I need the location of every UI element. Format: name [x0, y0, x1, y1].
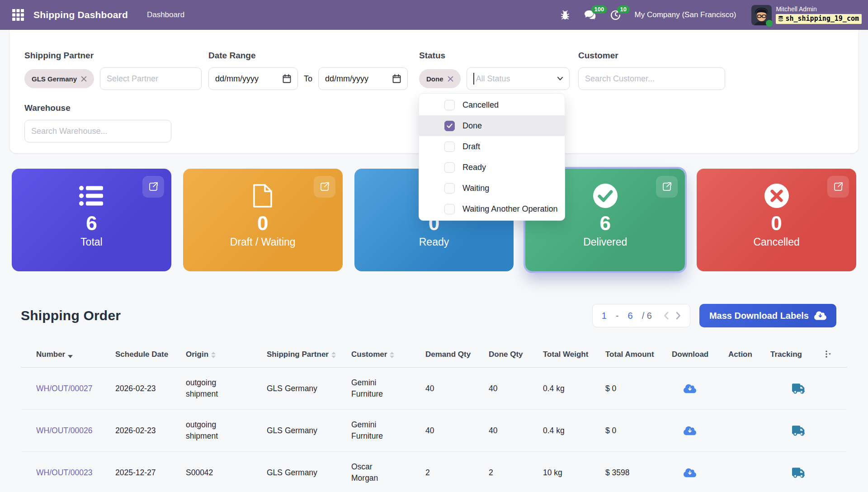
app-title[interactable]: Shipping Dashboard: [33, 9, 128, 20]
col-total-amount[interactable]: Total Amount: [605, 349, 672, 360]
col-customer[interactable]: Customer: [351, 349, 425, 360]
download-label-button[interactable]: [672, 468, 728, 478]
cloud-download-icon: [684, 468, 696, 478]
origin-cell: outgoing shipment: [186, 419, 236, 442]
status-option-draft[interactable]: Draft: [419, 136, 565, 157]
order-number-link[interactable]: WH/OUT/00026: [36, 425, 115, 436]
done-qty-cell: 40: [489, 383, 543, 394]
card-cancelled[interactable]: 0 Cancelled: [697, 169, 856, 271]
filter-date-range: Date Range dd/mm/yyyy To dd/mm/yyyy: [208, 51, 408, 90]
checkbox-unchecked-icon[interactable]: [444, 183, 455, 194]
mass-download-labels-button[interactable]: Mass Download Labels: [699, 304, 836, 327]
date-from-value: dd/mm/yyyy: [215, 74, 259, 84]
pager-start[interactable]: 1: [602, 311, 607, 321]
checkbox-checked-icon[interactable]: [444, 121, 455, 131]
checkbox-unchecked-icon[interactable]: [444, 100, 455, 110]
user-menu[interactable]: Mitchell Admin sh_shipping_19_com: [751, 5, 862, 25]
partner-search-input[interactable]: Select Partner: [100, 67, 202, 90]
date-from-input[interactable]: dd/mm/yyyy: [208, 67, 298, 90]
col-total-weight[interactable]: Total Weight: [543, 349, 605, 360]
messages-icon[interactable]: 100: [584, 9, 596, 20]
checkbox-unchecked-icon[interactable]: [444, 204, 455, 214]
card-label: Cancelled: [753, 236, 799, 248]
open-total-button[interactable]: [142, 176, 164, 198]
orders-header-bar: Shipping Order 1 - 6 / 6 Mass Download L…: [21, 304, 836, 327]
weight-cell: 0.4 kg: [543, 383, 605, 394]
apps-grid-icon[interactable]: [8, 5, 28, 25]
card-total[interactable]: 6 Total: [12, 169, 171, 271]
x-circle-icon: [764, 182, 790, 209]
cloud-download-icon: [684, 383, 696, 394]
database-chip: sh_shipping_19_com: [776, 14, 862, 24]
col-number[interactable]: Number: [36, 349, 115, 360]
date-range-to-label: To: [304, 74, 312, 84]
table-row[interactable]: WH/OUT/00023 2025-12-27 S00042 GLS Germa…: [21, 452, 847, 492]
tracking-button[interactable]: [770, 468, 825, 478]
card-draft-waiting[interactable]: 0 Draft / Waiting: [183, 169, 343, 271]
open-cancelled-button[interactable]: [827, 176, 849, 198]
activities-clock-icon[interactable]: 10: [610, 9, 621, 21]
download-label-button[interactable]: [672, 426, 728, 436]
checkbox-unchecked-icon[interactable]: [444, 162, 455, 173]
sort-desc-icon: [68, 355, 73, 358]
schedule-date-cell: 2026-02-23: [115, 383, 186, 394]
option-label: Waiting Another Operation: [462, 204, 557, 214]
kebab-menu-icon[interactable]: [825, 350, 831, 358]
sort-both-icon: [211, 352, 216, 358]
table-row[interactable]: WH/OUT/00026 2026-02-23 outgoing shipmen…: [21, 410, 847, 452]
sort-both-icon: [390, 352, 394, 358]
order-number-link[interactable]: WH/OUT/00023: [36, 467, 115, 478]
company-switcher[interactable]: My Company (San Francisco): [635, 10, 736, 19]
external-link-icon: [833, 181, 844, 192]
status-tag[interactable]: Done: [419, 69, 461, 88]
col-shipping-partner[interactable]: Shipping Partner: [267, 349, 351, 360]
open-delivered-button[interactable]: [656, 176, 678, 198]
chevron-right-icon[interactable]: [676, 312, 681, 320]
origin-cell: S00042: [186, 467, 236, 478]
col-options[interactable]: [825, 350, 847, 360]
filter-status: Status Done All Status: [419, 51, 570, 90]
done-qty-cell: 40: [489, 425, 543, 436]
topbar-right: 100 10 My Company (San Francisco): [560, 5, 862, 25]
col-download[interactable]: Download: [672, 349, 728, 360]
remove-status-tag-icon[interactable]: [448, 76, 453, 82]
open-draft-button[interactable]: [314, 176, 335, 198]
status-label: Status: [419, 51, 570, 61]
table-row[interactable]: WH/OUT/00027 2026-02-23 outgoing shipmen…: [21, 368, 847, 410]
weight-cell: 10 kg: [543, 467, 605, 478]
col-action[interactable]: Action: [728, 349, 770, 360]
menu-dashboard[interactable]: Dashboard: [147, 10, 184, 19]
sort-both-icon: [331, 352, 336, 358]
filter-warehouse: Warehouse Search Warehouse...: [24, 103, 171, 142]
checkbox-unchecked-icon[interactable]: [444, 142, 455, 152]
card-value: 6: [600, 213, 611, 234]
pager-end[interactable]: 6: [628, 311, 633, 321]
col-demand-qty[interactable]: Demand Qty: [425, 349, 489, 360]
chevron-left-icon[interactable]: [664, 312, 669, 320]
remove-partner-tag-icon[interactable]: [81, 76, 87, 82]
debug-bug-icon[interactable]: [560, 9, 571, 20]
col-origin[interactable]: Origin: [186, 349, 267, 360]
order-number-link[interactable]: WH/OUT/00027: [36, 383, 115, 394]
status-option-done[interactable]: Done: [419, 115, 565, 136]
warehouse-search-input[interactable]: Search Warehouse...: [24, 120, 171, 142]
status-option-ready[interactable]: Ready: [419, 157, 565, 178]
col-tracking[interactable]: Tracking: [770, 349, 825, 360]
option-label: Draft: [462, 142, 480, 151]
tracking-button[interactable]: [770, 426, 825, 436]
partner-tag[interactable]: GLS Germany: [24, 69, 94, 88]
status-option-waiting-another[interactable]: Waiting Another Operation: [419, 199, 565, 219]
tracking-button[interactable]: [770, 383, 825, 394]
amount-cell: $ 3598: [605, 467, 672, 478]
status-option-waiting[interactable]: Waiting: [419, 178, 565, 199]
col-done-qty[interactable]: Done Qty: [489, 349, 543, 360]
partner-cell: GLS Germany: [267, 425, 351, 436]
customer-search-input[interactable]: Search Customer...: [578, 67, 725, 90]
card-label: Delivered: [583, 236, 627, 248]
status-option-cancelled[interactable]: Cancelled: [419, 95, 565, 115]
col-schedule-date[interactable]: Schedule Date: [115, 349, 186, 360]
status-combobox[interactable]: All Status: [467, 67, 570, 90]
date-to-input[interactable]: dd/mm/yyyy: [318, 67, 408, 90]
download-label-button[interactable]: [672, 383, 728, 394]
schedule-date-cell: 2026-02-23: [115, 425, 186, 436]
